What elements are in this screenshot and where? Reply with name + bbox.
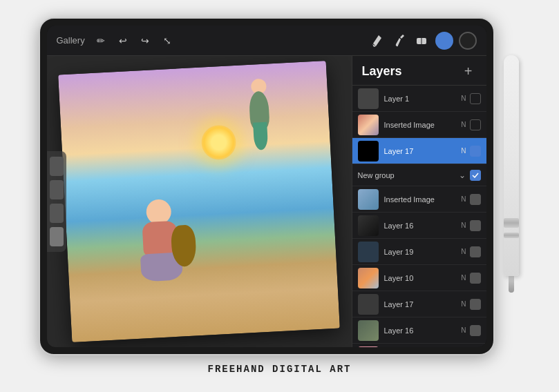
layer-row-1[interactable]: Layer 1 N xyxy=(352,86,486,112)
top-bar-right xyxy=(369,32,477,50)
layers-title: Layers xyxy=(362,64,402,79)
layer-row-10[interactable]: Layer 14 N xyxy=(352,344,486,347)
stylus-body xyxy=(504,55,519,276)
mermaid-tail xyxy=(253,122,268,150)
sun-element xyxy=(200,124,237,161)
layer-n-5: N xyxy=(461,222,466,229)
layer-name-4: Inserted Image xyxy=(384,195,462,204)
top-bar-icons: ✏ ↩ ↪ ⤡ xyxy=(93,33,175,48)
tablet-wrapper: Gallery ✏ ↩ ↪ ⤡ xyxy=(39,17,521,355)
layer-name-8: Layer 17 xyxy=(384,300,462,308)
layer-thumb-6 xyxy=(358,242,379,262)
layer-row-3[interactable]: Layer 17 N xyxy=(352,138,486,164)
layer-thumb-3 xyxy=(358,141,379,161)
layer-thumb-1 xyxy=(358,88,379,109)
layer-row-2[interactable]: Inserted Image N xyxy=(352,112,486,138)
sidebar-tool-2[interactable] xyxy=(50,180,64,199)
layer-n-1: N xyxy=(461,95,466,102)
layers-list: Layer 1 N Inserted Image N xyxy=(352,86,486,347)
layer-thumb-7 xyxy=(358,268,379,288)
top-bar: Gallery ✏ ↩ ↪ ⤡ xyxy=(47,26,486,56)
sidebar-tool-4[interactable] xyxy=(50,227,64,246)
tablet: Gallery ✏ ↩ ↪ ⤡ xyxy=(39,17,495,355)
layer-row-4[interactable]: Inserted Image N xyxy=(352,186,486,213)
stylus-band-2 xyxy=(504,233,519,238)
artwork xyxy=(58,61,340,342)
layer-n-9: N xyxy=(461,326,466,334)
main-content: Layers + Layer 1 N xyxy=(47,56,486,347)
layer-check-6[interactable] xyxy=(470,246,481,257)
layer-check-8[interactable] xyxy=(470,299,481,310)
layer-name-5: Layer 16 xyxy=(384,222,462,230)
artwork-background xyxy=(58,61,340,342)
brush-tool[interactable] xyxy=(391,32,408,49)
layer-row-6[interactable]: Layer 19 N xyxy=(352,239,486,265)
layer-check-7[interactable] xyxy=(470,273,481,284)
layer-row-7[interactable]: Layer 10 N xyxy=(352,265,486,291)
sidebar-tool-1[interactable] xyxy=(50,157,64,176)
layer-n-7: N xyxy=(461,274,466,282)
tablet-inner: Gallery ✏ ↩ ↪ ⤡ xyxy=(47,26,486,347)
layer-thumb-9 xyxy=(358,320,379,341)
layer-name-6: Layer 19 xyxy=(384,248,462,256)
stylus-tip xyxy=(509,276,514,293)
eraser-tool[interactable] xyxy=(413,32,430,49)
layers-panel: Layers + Layer 1 N xyxy=(352,56,486,347)
color-blue[interactable] xyxy=(435,32,453,50)
layer-thumb-10 xyxy=(358,346,379,348)
layer-check-4[interactable] xyxy=(470,194,481,205)
layers-header: Layers + xyxy=(352,56,486,86)
layer-name-1: Layer 1 xyxy=(384,95,462,103)
layer-n-2: N xyxy=(461,121,466,128)
outer-container: Gallery ✏ ↩ ↪ ⤡ xyxy=(0,0,559,392)
modify-icon[interactable]: ✏ xyxy=(93,33,108,48)
top-bar-left: Gallery ✏ ↩ ↪ ⤡ xyxy=(57,33,175,48)
transform-icon[interactable]: ⤡ xyxy=(160,33,175,48)
new-group-check[interactable] xyxy=(470,170,481,181)
undo-icon[interactable]: ↩ xyxy=(115,33,131,48)
canvas-area xyxy=(47,56,352,347)
layer-name-7: Layer 10 xyxy=(384,274,462,282)
layer-row-5[interactable]: Layer 16 N xyxy=(352,213,486,239)
layer-n-4: N xyxy=(461,195,466,203)
layer-n-6: N xyxy=(461,248,466,255)
layer-check-3[interactable] xyxy=(470,146,481,157)
layer-row-8[interactable]: Layer 17 N xyxy=(352,291,486,317)
layer-row-9[interactable]: Layer 16 N xyxy=(352,317,486,344)
gallery-button[interactable]: Gallery xyxy=(57,35,85,46)
left-sidebar xyxy=(47,151,66,252)
stylus xyxy=(502,55,521,317)
layer-name-2: Inserted Image xyxy=(384,121,462,129)
layer-name-9: Layer 16 xyxy=(384,326,462,335)
layer-check-9[interactable] xyxy=(470,325,481,336)
redo-icon[interactable]: ↪ xyxy=(138,33,153,48)
new-group-label: New group xyxy=(358,171,459,179)
layer-thumb-4 xyxy=(358,189,379,210)
layers-add-button[interactable]: + xyxy=(460,63,477,79)
layer-n-8: N xyxy=(461,300,466,308)
new-group-row[interactable]: New group ⌄ xyxy=(352,164,486,186)
chevron-down-icon: ⌄ xyxy=(459,170,466,180)
stylus-band-1 xyxy=(504,218,519,228)
layer-thumb-5 xyxy=(358,215,379,236)
layer-n-3: N xyxy=(461,147,466,155)
layer-name-3: Layer 17 xyxy=(384,147,462,155)
app-title: FREEHAND DIGITAL ART xyxy=(207,364,351,375)
layer-thumb-2 xyxy=(358,115,379,135)
sidebar-tool-3[interactable] xyxy=(50,204,64,223)
layer-check-5[interactable] xyxy=(470,220,481,231)
pencil-tool[interactable] xyxy=(369,32,386,49)
layer-thumb-8 xyxy=(358,294,379,315)
color-dark[interactable] xyxy=(459,32,477,50)
layer-check-1[interactable] xyxy=(470,93,481,104)
layer-check-2[interactable] xyxy=(470,119,481,130)
mermaid-figure xyxy=(237,77,282,148)
